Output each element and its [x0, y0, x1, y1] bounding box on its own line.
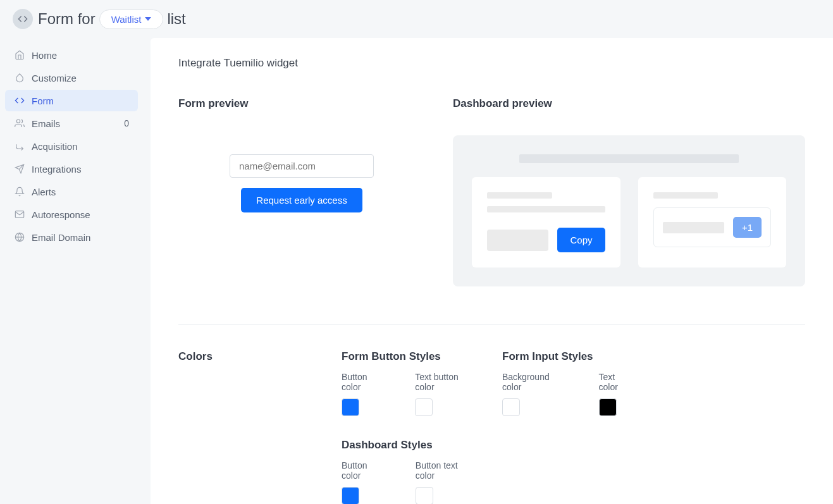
home-icon — [14, 49, 25, 61]
sidebar-item-email-domain[interactable]: Email Domain — [5, 226, 138, 248]
request-access-button[interactable]: Request early access — [241, 188, 362, 212]
input-text-color-swatch[interactable] — [599, 398, 617, 416]
dashboard-referral-link-card: Copy — [472, 177, 620, 267]
arrow-reply-icon — [14, 140, 25, 152]
sidebar-item-label: Alerts — [32, 187, 129, 197]
button-color-label: Button color — [342, 372, 385, 392]
dashboard-preview-section: Dashboard preview Copy — [453, 97, 805, 286]
dashboard-points-card: +1 — [638, 177, 787, 267]
button-color-swatch[interactable] — [342, 398, 359, 416]
sidebar-item-alerts[interactable]: Alerts — [5, 181, 138, 202]
svg-point-0 — [16, 120, 20, 123]
droplet-icon — [14, 72, 25, 83]
sidebar-item-label: Emails — [32, 118, 118, 129]
referral-row: +1 — [653, 207, 772, 247]
dropdown-label: Waitlist — [111, 14, 142, 25]
form-preview-heading: Form preview — [178, 97, 425, 110]
mail-icon — [14, 209, 25, 220]
form-preview-section: Form preview Request early access — [178, 97, 425, 286]
colors-heading: Colors — [178, 350, 314, 363]
input-text-color-label: Text color — [599, 372, 635, 392]
text-button-color-swatch[interactable] — [415, 398, 433, 416]
dashboard-button-text-color-swatch[interactable] — [416, 487, 433, 504]
bell-icon — [14, 186, 25, 197]
sidebar-item-acquisition[interactable]: Acquisition — [5, 135, 138, 157]
dashboard-button-color-swatch[interactable] — [342, 487, 359, 504]
users-icon — [14, 118, 25, 129]
sidebar-item-customize[interactable]: Customize — [5, 67, 138, 89]
dashboard-button-text-color-label: Button text color — [416, 460, 474, 481]
sidebar-item-label: Form — [32, 95, 129, 106]
copy-button[interactable]: Copy — [557, 228, 605, 252]
section-title: Integrate Tuemilio widget — [178, 57, 805, 70]
code-icon — [14, 95, 25, 106]
emails-count-badge: 0 — [124, 118, 129, 128]
globe-icon — [14, 231, 25, 243]
sidebar-item-label: Email Domain — [32, 232, 129, 243]
dashboard-button-color-label: Button color — [342, 460, 385, 481]
form-button-styles-heading: Form Button Styles — [342, 350, 474, 363]
sidebar: Home Customize Form Emails 0 — [0, 38, 143, 255]
title-suffix: list — [167, 10, 185, 28]
sidebar-item-autoresponse[interactable]: Autoresponse — [5, 204, 138, 225]
skeleton-bar — [663, 222, 724, 233]
input-bg-color-swatch[interactable] — [502, 398, 520, 416]
sidebar-item-emails[interactable]: Emails 0 — [5, 113, 138, 134]
page-title: Form for Waitlist list — [38, 9, 186, 29]
plus-one-badge: +1 — [733, 217, 762, 238]
sidebar-item-label: Autoresponse — [32, 209, 129, 220]
main-content: Integrate Tuemilio widget Form preview R… — [151, 38, 833, 504]
list-dropdown[interactable]: Waitlist — [99, 9, 164, 29]
sidebar-item-label: Home — [32, 50, 129, 61]
sidebar-item-home[interactable]: Home — [5, 44, 138, 66]
sidebar-item-integrations[interactable]: Integrations — [5, 158, 138, 180]
skeleton-input — [487, 230, 548, 251]
skeleton-title-bar — [519, 154, 739, 163]
form-input-styles-heading: Form Input Styles — [502, 350, 635, 363]
code-icon — [13, 9, 33, 29]
dashboard-styles-heading: Dashboard Styles — [342, 439, 474, 452]
caret-down-icon — [145, 16, 151, 22]
sidebar-item-label: Integrations — [32, 164, 129, 175]
divider — [178, 324, 805, 325]
text-button-color-label: Text button color — [415, 372, 474, 392]
sidebar-item-label: Acquisition — [32, 141, 129, 152]
sidebar-item-form[interactable]: Form — [5, 90, 138, 111]
skeleton-bar — [653, 192, 719, 199]
dashboard-card: Copy +1 — [453, 135, 805, 286]
sidebar-item-label: Customize — [32, 73, 129, 83]
dashboard-preview-heading: Dashboard preview — [453, 97, 805, 110]
input-bg-color-label: Background color — [502, 372, 569, 392]
title-prefix: Form for — [38, 10, 96, 28]
skeleton-bar — [487, 206, 605, 212]
email-input[interactable] — [230, 154, 374, 178]
header: Form for Waitlist list — [0, 0, 833, 38]
skeleton-bar — [487, 192, 552, 199]
send-icon — [14, 163, 25, 175]
